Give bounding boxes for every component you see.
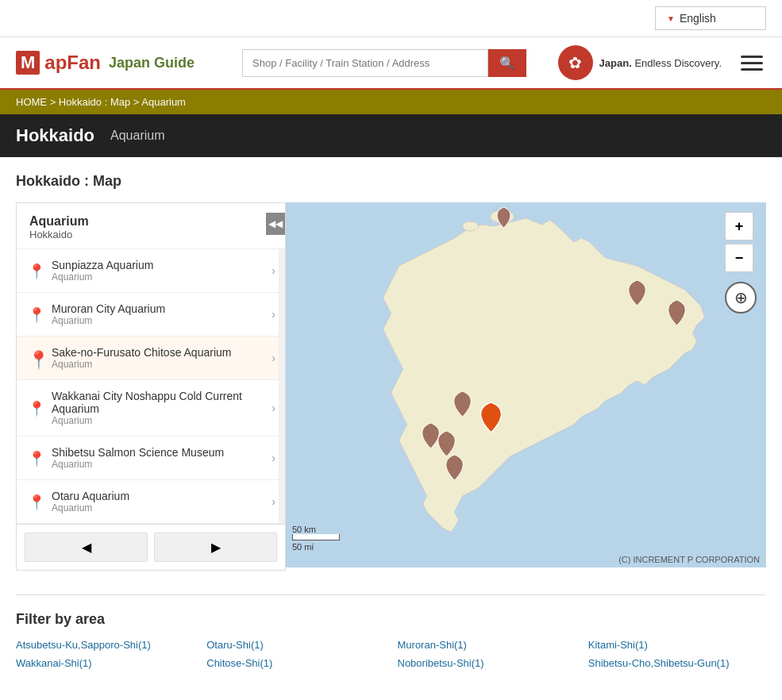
- list-item[interactable]: 📍 Otaru Aquarium Aquarium ›: [17, 480, 285, 524]
- sidebar-subheading: Hokkaido: [29, 229, 272, 240]
- filter-area-6[interactable]: Noboribetsu-Shi(1): [398, 657, 576, 669]
- lang-arrow-icon: ▼: [667, 14, 675, 23]
- section-title: Hokkaido : Map: [16, 173, 766, 190]
- pin-icon: 📍: [28, 306, 44, 322]
- filter-grid: Atsubetsu-Ku,Sapporo-Shi(1) Otaru-Shi(1)…: [16, 639, 766, 669]
- map-scale: 50 km 50 mi: [292, 525, 340, 552]
- japan-tagline: Endless Discovery.: [634, 57, 722, 69]
- header: M apFan Japan Guide 🔍 ✿ Japan. Endless D…: [0, 37, 782, 90]
- scale-km-label: 50 km: [292, 525, 340, 534]
- item-name: Wakkanai City Noshappu Cold Current Aqua…: [52, 390, 261, 415]
- zoom-in-button[interactable]: +: [725, 212, 753, 240]
- language-label: English: [680, 12, 716, 25]
- svg-point-6: [456, 393, 469, 406]
- item-name: Sunpiazza Aquarium: [52, 259, 261, 271]
- map-container[interactable]: + − ⊕ 50 km 50 mi (C) INCREMENT P CORPOR…: [286, 202, 766, 567]
- svg-point-4: [631, 282, 644, 294]
- search-input[interactable]: [242, 49, 488, 77]
- list-item[interactable]: 📍 Sake-no-Furusato Chitose Aquarium Aqua…: [17, 337, 285, 380]
- map-copyright: (C) INCREMENT P CORPORATION: [618, 555, 760, 564]
- language-bar: ▼ English: [0, 0, 782, 37]
- list-item[interactable]: 📍 Shibetsu Salmon Science Museum Aquariu…: [17, 437, 285, 480]
- pin-icon: 📍: [28, 400, 44, 416]
- breadcrumb: HOME > Hokkaido : Map > Aquarium: [0, 90, 782, 114]
- item-type: Aquarium: [52, 315, 261, 326]
- japan-name: Japan.: [599, 57, 632, 69]
- map-svg: [286, 202, 766, 567]
- sidebar-header: Aquarium Hokkaido ◀◀: [17, 203, 285, 249]
- prev-button[interactable]: ◀: [25, 533, 148, 562]
- logo-sub: Japan Guide: [109, 55, 195, 71]
- svg-point-5: [671, 302, 684, 314]
- item-type: Aquarium: [52, 271, 261, 283]
- item-name: Shibetsu Salmon Science Museum: [52, 446, 261, 459]
- pin-icon: 📍: [28, 494, 44, 510]
- page-title-bar: Hokkaido Aquarium: [0, 114, 782, 157]
- item-type: Aquarium: [52, 502, 261, 513]
- item-arrow-icon: ›: [272, 452, 275, 464]
- filter-area-0[interactable]: Atsubetsu-Ku,Sapporo-Shi(1): [16, 639, 194, 651]
- pin-icon: 📍: [28, 263, 44, 279]
- item-arrow-icon: ›: [272, 352, 275, 364]
- logo[interactable]: M apFan Japan Guide: [16, 51, 195, 75]
- filter-area-7[interactable]: Shibetsu-Cho,Shibetsu-Gun(1): [588, 657, 766, 669]
- sidebar: Aquarium Hokkaido ◀◀ 📍 Sunpiazza Aquariu…: [16, 202, 286, 571]
- collapse-button[interactable]: ◀◀: [266, 213, 285, 235]
- map-controls: + − ⊕: [725, 212, 757, 313]
- zoom-out-button[interactable]: −: [725, 244, 753, 272]
- search-icon: 🔍: [499, 56, 515, 70]
- filter-area-2[interactable]: Muroran-Shi(1): [398, 639, 576, 651]
- item-arrow-icon: ›: [272, 308, 275, 321]
- item-type: Aquarium: [52, 415, 261, 426]
- list-item[interactable]: 📍 Sunpiazza Aquarium Aquarium ›: [17, 249, 285, 293]
- japan-brand: ✿ Japan. Endless Discovery.: [558, 45, 722, 80]
- logo-m: M: [16, 51, 40, 75]
- page-region: Hokkaido: [16, 125, 94, 146]
- scale-mi-label: 50 mi: [292, 542, 340, 552]
- breadcrumb-home[interactable]: HOME: [16, 96, 47, 108]
- svg-point-9: [441, 433, 453, 445]
- compass-button[interactable]: ⊕: [725, 282, 757, 313]
- pin-icon-active: 📍: [28, 350, 44, 366]
- breadcrumb-hokkaido-map[interactable]: Hokkaido : Map: [59, 96, 130, 108]
- svg-point-2: [463, 221, 479, 231]
- filter-section: Filter by area Atsubetsu-Ku,Sapporo-Shi(…: [16, 594, 766, 669]
- svg-point-3: [499, 209, 509, 218]
- filter-area-5[interactable]: Chitose-Shi(1): [206, 657, 384, 669]
- item-name: Otaru Aquarium: [52, 490, 261, 502]
- content-layout: Aquarium Hokkaido ◀◀ 📍 Sunpiazza Aquariu…: [16, 202, 766, 571]
- item-type: Aquarium: [52, 459, 261, 470]
- logo-text: apFan: [44, 52, 101, 74]
- item-arrow-icon: ›: [272, 495, 275, 508]
- main-content: Hokkaido : Map Aquarium Hokkaido ◀◀ 📍 Su…: [0, 157, 782, 685]
- svg-point-8: [425, 425, 437, 437]
- search-bar: 🔍: [242, 49, 526, 77]
- search-button[interactable]: 🔍: [488, 49, 526, 77]
- svg-point-10: [449, 456, 461, 469]
- item-name: Muroran City Aquarium: [52, 302, 261, 315]
- filter-area-3[interactable]: Kitami-Shi(1): [588, 639, 766, 651]
- sidebar-pagination: ◀ ▶: [17, 524, 285, 570]
- hamburger-menu[interactable]: [738, 52, 766, 74]
- sidebar-heading: Aquarium: [29, 214, 272, 229]
- item-type: Aquarium: [52, 359, 261, 370]
- item-name: Sake-no-Furusato Chitose Aquarium: [52, 346, 261, 359]
- filter-area-1[interactable]: Otaru-Shi(1): [206, 639, 384, 651]
- filter-area-4[interactable]: Wakkanai-Shi(1): [16, 657, 194, 669]
- compass-icon: ⊕: [734, 288, 748, 307]
- language-selector[interactable]: ▼ English: [655, 6, 766, 30]
- breadcrumb-current: Aquarium: [141, 96, 186, 108]
- next-button[interactable]: ▶: [154, 533, 277, 562]
- filter-title: Filter by area: [16, 611, 766, 628]
- item-arrow-icon: ›: [272, 264, 275, 277]
- pin-icon: 📍: [28, 450, 44, 466]
- list-item[interactable]: 📍 Wakkanai City Noshappu Cold Current Aq…: [17, 380, 285, 437]
- item-arrow-icon: ›: [272, 402, 275, 414]
- svg-point-7: [483, 404, 499, 420]
- list-item[interactable]: 📍 Muroran City Aquarium Aquarium ›: [17, 293, 285, 337]
- page-category: Aquarium: [110, 129, 164, 143]
- sidebar-list: 📍 Sunpiazza Aquarium Aquarium › 📍 Murora…: [17, 249, 285, 524]
- japan-logo-icon: ✿: [558, 45, 593, 80]
